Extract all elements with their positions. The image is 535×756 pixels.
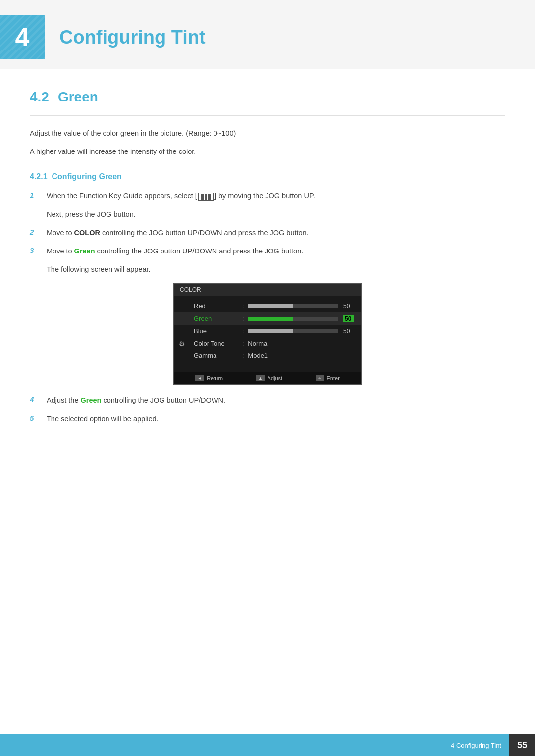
chapter-header: 4 Configuring Tint bbox=[0, 0, 535, 69]
step-4-text: Adjust the Green controlling the JOG but… bbox=[47, 395, 505, 406]
osd-value-colortone: Normal bbox=[248, 340, 268, 347]
step-3: 3 Move to Green controlling the JOG butt… bbox=[30, 246, 505, 257]
osd-value-blue: 50 bbox=[343, 328, 354, 335]
step-1-number: 1 bbox=[30, 190, 42, 199]
osd-sep-colortone: : bbox=[242, 340, 244, 347]
osd-value-green: 50 bbox=[343, 315, 354, 322]
osd-sep-blue: : bbox=[242, 328, 244, 335]
osd-row-gamma: Gamma : Mode1 bbox=[174, 350, 361, 362]
subsection-number: 4.2.1 bbox=[30, 172, 48, 181]
osd-sep-red: : bbox=[242, 303, 244, 310]
page-footer: 4 Configuring Tint 55 bbox=[0, 734, 535, 756]
osd-row-red: Red : 50 bbox=[174, 300, 361, 312]
footer-text: 4 Configuring Tint bbox=[451, 742, 501, 749]
section-heading: 4.2 Green bbox=[30, 89, 505, 105]
step-1-text: When the Function Key Guide appears, sel… bbox=[47, 190, 505, 202]
footer-page-number: 55 bbox=[509, 734, 535, 756]
steps-container: 1 When the Function Key Guide appears, s… bbox=[30, 190, 505, 424]
green-bold-3: Green bbox=[74, 247, 95, 255]
osd-screen: COLOR Red : 50 Green : bbox=[173, 283, 362, 385]
subsection-heading: 4.2.1 Configuring Green bbox=[30, 172, 505, 181]
section-divider bbox=[30, 115, 505, 116]
section-title: Green bbox=[58, 89, 98, 105]
step-2-text: Move to COLOR controlling the JOG button… bbox=[47, 227, 505, 239]
osd-nav-bar: ◄ Return ▲ Adjust ↵ Enter bbox=[174, 372, 361, 384]
step-3-continuation: The following screen will appear. bbox=[47, 264, 505, 275]
jog-button-icon bbox=[198, 193, 214, 201]
osd-container: COLOR Red : 50 Green : bbox=[59, 283, 476, 385]
step-1: 1 When the Function Key Guide appears, s… bbox=[30, 190, 505, 202]
green-bold-4: Green bbox=[81, 396, 102, 404]
osd-fill-green bbox=[248, 317, 293, 321]
osd-sep-gamma: : bbox=[242, 353, 244, 359]
subsection-title: Configuring Green bbox=[52, 172, 121, 181]
step-4: 4 Adjust the Green controlling the JOG b… bbox=[30, 395, 505, 406]
osd-nav-enter: ↵ Enter bbox=[316, 375, 340, 381]
osd-row-green: Green : 50 bbox=[174, 312, 361, 325]
osd-nav-return: ◄ Return bbox=[195, 375, 223, 381]
osd-label-colortone: Color Tone bbox=[194, 340, 238, 347]
osd-row-blue: Blue : 50 bbox=[174, 325, 361, 337]
chapter-number-block: 4 bbox=[0, 15, 45, 59]
step-2-number: 2 bbox=[30, 227, 42, 236]
osd-icon-colortone: ⚙ bbox=[179, 340, 185, 348]
adjust-label: Adjust bbox=[268, 375, 283, 381]
return-label: Return bbox=[207, 375, 223, 381]
return-icon: ◄ bbox=[195, 375, 204, 381]
step-3-number: 3 bbox=[30, 246, 42, 254]
enter-icon: ↵ bbox=[316, 375, 324, 381]
osd-value-red: 50 bbox=[343, 303, 354, 310]
osd-title-bar: COLOR bbox=[174, 284, 361, 296]
section-number: 4.2 bbox=[30, 89, 49, 105]
osd-nav-adjust: ▲ Adjust bbox=[256, 375, 283, 381]
step-2: 2 Move to COLOR controlling the JOG butt… bbox=[30, 227, 505, 239]
header-content-wrap: Configuring Tint bbox=[45, 15, 505, 59]
osd-row-colortone: ⚙ Color Tone : Normal bbox=[174, 337, 361, 350]
osd-bar-red: 50 bbox=[248, 303, 354, 310]
osd-sep-green: : bbox=[242, 315, 244, 322]
osd-body: Red : 50 Green : bbox=[174, 296, 361, 372]
enter-label: Enter bbox=[327, 375, 340, 381]
step-4-number: 4 bbox=[30, 395, 42, 403]
osd-label-green: Green bbox=[194, 315, 238, 322]
osd-label-blue: Blue bbox=[194, 327, 238, 335]
osd-fill-red bbox=[248, 304, 293, 308]
osd-label-gamma: Gamma bbox=[194, 352, 238, 359]
osd-value-gamma: Mode1 bbox=[248, 352, 268, 359]
description1: Adjust the value of the color green in t… bbox=[30, 128, 505, 139]
step-5: 5 The selected option will be applied. bbox=[30, 413, 505, 425]
osd-fill-blue bbox=[248, 329, 293, 333]
osd-label-red: Red bbox=[194, 302, 238, 310]
chapter-number: 4 bbox=[15, 22, 30, 52]
step-5-number: 5 bbox=[30, 413, 42, 422]
osd-bar-green: 50 bbox=[248, 315, 354, 322]
adjust-icon: ▲ bbox=[256, 375, 265, 381]
osd-track-green bbox=[248, 317, 338, 321]
osd-track-red bbox=[248, 304, 338, 308]
color-bold: COLOR bbox=[74, 229, 100, 237]
step-1-continuation: Next, press the JOG button. bbox=[47, 209, 505, 220]
step-3-text: Move to Green controlling the JOG button… bbox=[47, 246, 505, 257]
osd-track-blue bbox=[248, 329, 338, 333]
step-5-text: The selected option will be applied. bbox=[47, 413, 505, 425]
chapter-title: Configuring Tint bbox=[59, 27, 206, 48]
description2: A higher value will increase the intensi… bbox=[30, 146, 505, 157]
osd-bar-blue: 50 bbox=[248, 328, 354, 335]
